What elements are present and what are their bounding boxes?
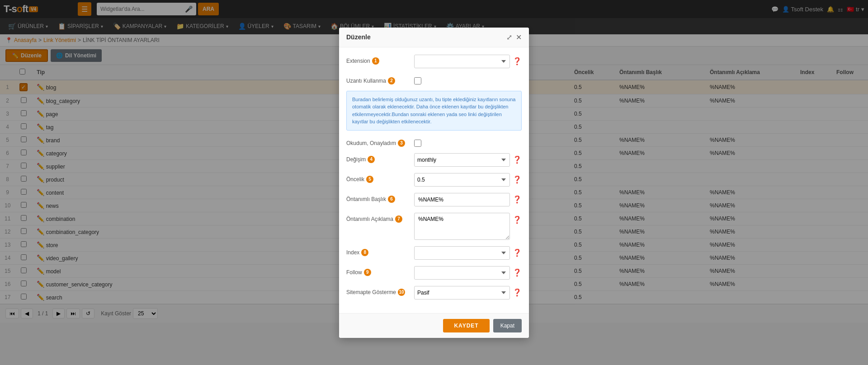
index-badge: 8 xyxy=(361,249,368,256)
degisim-select[interactable]: monthly always hourly daily weekly yearl… xyxy=(414,153,510,167)
degisim-field-group: monthly always hourly daily weekly yearl… xyxy=(414,153,522,167)
oncelik-row: Öncelik 5 0.5 0.1 0.2 0.3 0.4 0.6 0.7 0.… xyxy=(346,173,522,187)
info-text: Buradan belirlemiş olduğunuz uzantı, bu … xyxy=(346,91,522,131)
sitemapte-field-group: Pasif Aktif ❓ xyxy=(414,286,522,299)
index-label: Index 8 xyxy=(346,246,410,256)
modal-header: Düzenle ⤢ ✕ xyxy=(339,28,529,47)
uzanti-row: Uzantı Kullanma 2 xyxy=(346,75,522,84)
kaydet-button[interactable]: KAYDET xyxy=(443,319,489,323)
oncelik-badge: 5 xyxy=(366,176,373,183)
sitemapte-help-icon[interactable]: ❓ xyxy=(513,288,522,297)
sitemapte-select[interactable]: Pasif Aktif xyxy=(414,286,510,299)
uzanti-checkbox[interactable] xyxy=(414,77,421,84)
aciklama-label: Öntanımlı Açıklama 7 xyxy=(346,213,410,223)
okudum-checkbox[interactable] xyxy=(414,140,421,147)
index-field-group: index noindex ❓ xyxy=(414,246,522,260)
okudum-badge: 3 xyxy=(398,140,405,147)
follow-select[interactable]: Follow nofollow xyxy=(414,266,510,280)
aciklama-textarea[interactable]: %NAME% xyxy=(414,213,510,240)
oncelik-help-icon[interactable]: ❓ xyxy=(513,175,522,184)
extension-label: Extension 1 xyxy=(346,55,410,65)
extension-row: Extension 1 ❓ xyxy=(346,55,522,68)
aciklama-field-group: %NAME% ❓ xyxy=(414,213,522,240)
baslik-badge: 6 xyxy=(388,196,395,203)
aciklama-help-icon[interactable]: ❓ xyxy=(513,215,522,224)
modal-header-icons: ⤢ ✕ xyxy=(506,33,522,42)
follow-label: Follow 9 xyxy=(346,266,410,276)
degisim-badge: 4 xyxy=(368,156,375,163)
baslik-help-icon[interactable]: ❓ xyxy=(513,195,522,204)
oncelik-label: Öncelik 5 xyxy=(346,173,410,183)
modal-title: Düzenle xyxy=(346,33,371,41)
follow-help-icon[interactable]: ❓ xyxy=(513,268,522,277)
baslik-input[interactable] xyxy=(414,193,510,206)
okudum-checkbox-wrapper xyxy=(414,137,421,147)
modal-footer: KAYDET Kapat xyxy=(339,313,529,323)
uzanti-badge: 2 xyxy=(388,77,395,84)
modal: Düzenle ⤢ ✕ Extension 1 ❓ xyxy=(339,28,529,323)
modal-close-button[interactable]: ✕ xyxy=(516,33,522,42)
extension-badge: 1 xyxy=(372,57,379,65)
baslik-row: Öntanımlı Başlık 6 ❓ xyxy=(346,193,522,206)
degisim-help-icon[interactable]: ❓ xyxy=(513,155,522,164)
okudum-label: Okudum, Onayladım 3 xyxy=(346,137,410,147)
index-row: Index 8 index noindex ❓ xyxy=(346,246,522,260)
okudum-row: Okudum, Onayladım 3 xyxy=(346,137,522,147)
baslik-label: Öntanımlı Başlık 6 xyxy=(346,193,410,203)
modal-body: Extension 1 ❓ Uzantı Kullanma 2 xyxy=(339,47,529,313)
uzanti-checkbox-wrapper xyxy=(414,75,421,84)
uzanti-label: Uzantı Kullanma 2 xyxy=(346,75,410,84)
oncelik-field-group: 0.5 0.1 0.2 0.3 0.4 0.6 0.7 0.8 0.9 1.0 … xyxy=(414,173,522,187)
follow-field-group: Follow nofollow ❓ xyxy=(414,266,522,280)
extension-select[interactable] xyxy=(414,55,510,68)
index-help-icon[interactable]: ❓ xyxy=(513,248,522,257)
sitemapte-row: Sitemapte Gösterme 10 Pasif Aktif ❓ xyxy=(346,286,522,299)
degisim-label: Değişim 4 xyxy=(346,153,410,163)
baslik-field-group: ❓ xyxy=(414,193,522,206)
extension-help-icon[interactable]: ❓ xyxy=(513,57,522,66)
degisim-row: Değişim 4 monthly always hourly daily we… xyxy=(346,153,522,167)
sitemapte-label: Sitemapte Gösterme 10 xyxy=(346,286,410,296)
kapat-button[interactable]: Kapat xyxy=(493,319,522,323)
index-select[interactable]: index noindex xyxy=(414,246,510,260)
oncelik-select[interactable]: 0.5 0.1 0.2 0.3 0.4 0.6 0.7 0.8 0.9 1.0 xyxy=(414,173,510,187)
aciklama-row: Öntanımlı Açıklama 7 %NAME% ❓ xyxy=(346,213,522,240)
modal-overlay: Düzenle ⤢ ✕ Extension 1 ❓ xyxy=(0,0,868,323)
extension-field-group: ❓ xyxy=(414,55,522,68)
modal-expand-button[interactable]: ⤢ xyxy=(506,33,512,42)
follow-badge: 9 xyxy=(364,269,371,276)
follow-row: Follow 9 Follow nofollow ❓ xyxy=(346,266,522,280)
sitemapte-badge: 10 xyxy=(398,289,405,296)
aciklama-badge: 7 xyxy=(395,215,402,223)
